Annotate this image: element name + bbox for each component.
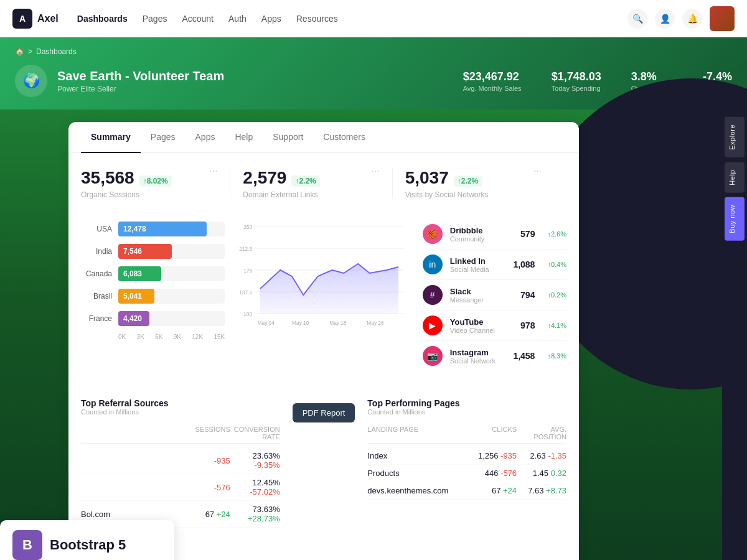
col-header-clicks: CLICKS bbox=[467, 426, 517, 441]
svg-text:212.5: 212.5 bbox=[239, 246, 252, 252]
tab-help[interactable]: Help bbox=[225, 122, 263, 153]
social-type: Video Channel bbox=[450, 327, 495, 334]
referral-row-1: -576 12.45% -57.02% bbox=[81, 474, 280, 501]
bootstrap-badge: B Bootstrap 5 bbox=[0, 520, 174, 560]
tab-apps[interactable]: Apps bbox=[186, 122, 225, 153]
metric-external-links: ··· 2,579 ↑2.2% Domain External Links bbox=[243, 168, 392, 199]
brand[interactable]: A Axel bbox=[12, 9, 59, 29]
col-header-sessions: SESSIONS bbox=[181, 426, 230, 441]
hero-subtitle: Power Elite Seller bbox=[57, 85, 453, 93]
hero-stat-0: $23,467.92 Avg. Monthly Sales bbox=[463, 70, 522, 92]
social-change: ↑8.3% bbox=[547, 352, 566, 360]
social-chart-section: 🏀 Dribbble Community 579 ↑2.6% in Linked… bbox=[423, 214, 566, 371]
svg-text:May 04: May 04 bbox=[258, 320, 275, 326]
buy-now-button[interactable]: Buy now bbox=[725, 197, 745, 241]
nav-account[interactable]: Account bbox=[182, 14, 214, 24]
bar-fill: 7,546 bbox=[118, 244, 172, 259]
bar-outer: 7,546 bbox=[118, 244, 225, 259]
bar-axis-label: 15K bbox=[214, 334, 225, 340]
referral-title: Top Referral Sources bbox=[81, 398, 280, 408]
breadcrumb-link[interactable]: Dashboards bbox=[36, 47, 77, 56]
top-pages-header: LANDING PAGE CLICKS AVG. POSITION bbox=[367, 423, 566, 444]
explore-button[interactable]: Explore bbox=[725, 117, 745, 157]
page-clicks-0: 1,256 -935 bbox=[467, 451, 517, 460]
social-type: Social Media bbox=[450, 266, 489, 273]
settings-button[interactable]: 🔔 bbox=[682, 9, 702, 29]
breadcrumb: 🏠 > Dashboards bbox=[15, 47, 732, 56]
page-name-0: Index bbox=[367, 451, 467, 460]
metric-more-1[interactable]: ··· bbox=[371, 166, 379, 177]
bar-value: 7,546 bbox=[123, 247, 142, 256]
social-item: in Linked In Social Media 1,088 ↑0.4% bbox=[423, 250, 566, 280]
help-button[interactable]: Help bbox=[725, 162, 745, 193]
tab-customers[interactable]: Customers bbox=[313, 122, 375, 153]
col-header-avg: AVG. POSITION bbox=[517, 426, 566, 441]
bootstrap-icon: B bbox=[12, 530, 42, 560]
svg-text:May 10: May 10 bbox=[292, 320, 309, 326]
nav-pages[interactable]: Pages bbox=[143, 14, 167, 24]
social-count: 794 bbox=[520, 290, 535, 300]
referral-sessions-1: -576 bbox=[181, 483, 230, 492]
page-name-2: devs.keenthemes.com bbox=[367, 486, 467, 495]
social-item: 📷 Instagram Social Network 1,458 ↑8.3% bbox=[423, 341, 566, 371]
hero-logo: 🌍 bbox=[15, 65, 47, 97]
bar-axis-label: 0K bbox=[118, 334, 126, 340]
card-tabs: Summary Pages Apps Help Support Customer… bbox=[68, 122, 579, 153]
social-type: Social Network bbox=[450, 357, 496, 365]
bar-country: Canada bbox=[81, 269, 112, 278]
referral-row-0: -935 23.63% -9.35% bbox=[81, 447, 280, 474]
top-pages-block: Top Performing Pages Counted in Millions… bbox=[367, 398, 566, 528]
svg-text:100: 100 bbox=[243, 311, 252, 317]
referral-rate-0: 23.63% -9.35% bbox=[230, 451, 280, 470]
card-body: ··· 35,568 ↑8.02% Organic Sessions ··· 2… bbox=[68, 153, 579, 386]
referral-rate-2: 73.63% +28.73% bbox=[230, 505, 280, 523]
social-name: Dribbble bbox=[450, 226, 485, 235]
page-avg-2: 7.63 +8.73 bbox=[517, 486, 566, 495]
bar-outer: 6,083 bbox=[118, 266, 225, 281]
svg-text:May 26: May 26 bbox=[367, 320, 384, 326]
bar-fill: 4,420 bbox=[118, 311, 149, 326]
page-row-0: Index 1,256 -935 2.63 -1.35 bbox=[367, 447, 566, 465]
social-info: Linked In Social Media bbox=[450, 256, 489, 273]
bar-axis: 0K3K6K9K12K15K bbox=[81, 334, 225, 340]
metric-value-1: 2,579 ↑2.2% bbox=[243, 168, 371, 188]
main-wrapper: Summary Pages Apps Help Support Customer… bbox=[0, 110, 747, 560]
metric-badge-1: ↑2.2% bbox=[291, 175, 319, 187]
bar-country: India bbox=[81, 247, 112, 256]
referral-sessions-0: -935 bbox=[181, 456, 230, 465]
hero-stat-value-1: $1,748.03 bbox=[552, 70, 601, 83]
pdf-report-button-1[interactable]: PDF Report bbox=[293, 403, 355, 422]
social-list: 🏀 Dribbble Community 579 ↑2.6% in Linked… bbox=[423, 219, 566, 371]
page-clicks-2: 67 +24 bbox=[467, 486, 517, 495]
page-row-1: Products 446 -576 1.45 0.32 bbox=[367, 465, 566, 482]
metric-more-0[interactable]: ··· bbox=[209, 166, 217, 177]
referral-subtitle: Counted in Millions bbox=[81, 408, 280, 416]
tab-pages[interactable]: Pages bbox=[141, 122, 186, 153]
nav-resources[interactable]: Resources bbox=[296, 14, 338, 24]
metric-label-2: Visits by Social Networks bbox=[405, 190, 542, 199]
bootstrap-label: Bootstrap 5 bbox=[50, 537, 126, 553]
content-card: Summary Pages Apps Help Support Customer… bbox=[68, 122, 579, 560]
social-name: Slack bbox=[450, 287, 484, 296]
bar-value: 6,083 bbox=[123, 269, 142, 278]
nav-dashboards[interactable]: Dashboards bbox=[77, 14, 128, 24]
tab-support[interactable]: Support bbox=[263, 122, 313, 153]
bar-row: France 4,420 bbox=[81, 311, 225, 326]
metric-more-2[interactable]: ··· bbox=[533, 166, 542, 177]
notifications-button[interactable]: 👤 bbox=[655, 9, 675, 29]
nav-auth[interactable]: Auth bbox=[228, 14, 247, 24]
search-button[interactable]: 🔍 bbox=[627, 9, 647, 29]
metric-value-2: 5,037 ↑2.2% bbox=[405, 168, 533, 188]
referral-block: Top Referral Sources Counted in Millions… bbox=[81, 398, 280, 528]
bar-chart-section: USA 12,478 India 7,546 Canada 6,083 Bras… bbox=[81, 214, 225, 371]
bar-outer: 5,041 bbox=[118, 289, 225, 304]
tab-summary[interactable]: Summary bbox=[81, 122, 141, 153]
user-avatar[interactable] bbox=[710, 6, 735, 31]
bar-axis-label: 6K bbox=[155, 334, 162, 340]
hero-stat-label-0: Avg. Monthly Sales bbox=[463, 85, 522, 92]
bar-row: USA 12,478 bbox=[81, 222, 225, 236]
bottom-section: Top Referral Sources Counted in Millions… bbox=[68, 398, 579, 540]
nav-apps[interactable]: Apps bbox=[261, 14, 281, 24]
bar-row: Brasil 5,041 bbox=[81, 289, 225, 304]
svg-text:137.5: 137.5 bbox=[239, 289, 252, 296]
